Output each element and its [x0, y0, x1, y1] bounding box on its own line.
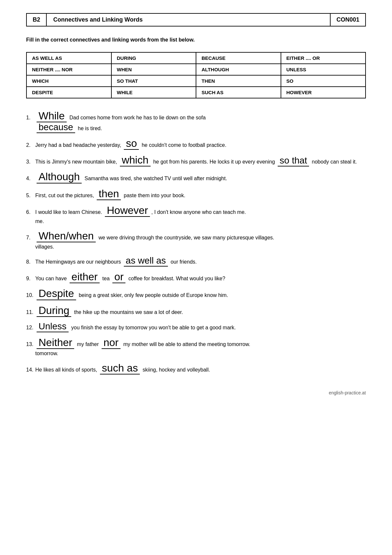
exercise-number: 5.	[26, 191, 35, 200]
word-table-cell: THEN	[196, 75, 281, 87]
word-table-cell: SUCH AS	[196, 87, 281, 98]
exercise-continuation: villages.	[26, 242, 366, 251]
exercise-number: 10.	[26, 291, 35, 300]
list-item: 4.Although Samantha was tired, she watch…	[26, 171, 366, 183]
answer-blank: which	[120, 154, 151, 166]
answer-blank: because	[37, 122, 75, 133]
exercise-number: 3.	[26, 157, 35, 166]
header-box: B2 Connectives and Linking Words CON001	[26, 13, 366, 26]
word-table-cell: DESPITE	[26, 87, 111, 98]
exercise-list: 1.While Dad comes home from work he has …	[26, 110, 366, 374]
answer-blank: so	[124, 138, 139, 150]
word-table-cell: WHICH	[26, 75, 111, 87]
list-item: 8.The Hemingways are our neighbours as w…	[26, 256, 366, 267]
list-item: 7.When/when we were driving through the …	[26, 230, 366, 251]
list-item: 3.This is Jimmy's new mountain bike, whi…	[26, 154, 366, 166]
list-item: 13.Neither my father nor my mother will …	[26, 337, 366, 358]
word-table-cell: WHEN	[111, 64, 196, 75]
list-item: 14.He likes all kinds of sports, such as…	[26, 362, 366, 374]
answer-blank: or	[112, 271, 125, 283]
exercise-number: 11.	[26, 308, 35, 317]
list-item: 2.Jerry had a bad headache yesterday, so…	[26, 138, 366, 150]
instruction-text: Fill in the correct connectives and link…	[26, 37, 366, 43]
exercise-number: 9.	[26, 274, 35, 283]
answer-blank: then	[97, 188, 121, 200]
exercise-number: 7.	[26, 233, 35, 242]
header-code: CON001	[330, 14, 365, 26]
answer-blank: Although	[37, 171, 82, 183]
exercise-number: 14.	[26, 365, 35, 374]
word-table-cell: AS WELL AS	[26, 52, 111, 64]
word-table-cell: SO	[281, 75, 366, 87]
list-item: 6.I would like to learn Chinese. However…	[26, 205, 366, 226]
word-table-cell: WHILE	[111, 87, 196, 98]
header-level: B2	[27, 14, 47, 26]
list-item: 5.First, cut out the pictures, then past…	[26, 188, 366, 200]
word-table-cell: UNLESS	[281, 64, 366, 75]
exercise-number: 1.	[26, 113, 35, 122]
answer-blank: While	[37, 110, 67, 122]
list-item: 10.Despite being a great skier, only few…	[26, 288, 366, 300]
word-table: AS WELL ASDURINGBECAUSEEITHER .... ORNEI…	[26, 52, 366, 98]
exercise-number: 8.	[26, 257, 35, 266]
answer-blank: Unless	[37, 321, 69, 332]
list-item: 12.Unless you finish the essay by tomorr…	[26, 321, 366, 332]
exercise-continuation: tomorrow.	[26, 349, 366, 358]
list-item: 11.During the hike up the mountains we s…	[26, 305, 366, 317]
list-item: 1.While Dad comes home from work he has …	[26, 110, 366, 133]
answer-blank: However	[105, 205, 150, 217]
list-item: 9.You can have either tea or coffee for …	[26, 271, 366, 283]
answer-blank: nor	[102, 337, 121, 349]
word-table-cell: DURING	[111, 52, 196, 64]
exercise-number: 12.	[26, 323, 35, 332]
exercise-continuation: because he is tired.	[26, 122, 366, 133]
word-table-cell: ALTHOUGH	[196, 64, 281, 75]
answer-blank: When/when	[37, 230, 96, 242]
word-table-cell: EITHER .... OR	[281, 52, 366, 64]
answer-blank: Neither	[37, 337, 74, 349]
word-table-cell: BECAUSE	[196, 52, 281, 64]
answer-blank: either	[70, 271, 100, 283]
answer-blank: as well as	[124, 256, 168, 267]
exercise-number: 4.	[26, 174, 35, 183]
exercise-continuation: me.	[26, 217, 366, 226]
header-title: Connectives and Linking Words	[47, 14, 330, 26]
exercise-number: 6.	[26, 208, 35, 217]
word-table-cell: HOWEVER	[281, 87, 366, 98]
exercise-number: 2.	[26, 141, 35, 149]
answer-blank: Despite	[37, 288, 76, 300]
word-table-cell: NEITHER .... NOR	[26, 64, 111, 75]
footer: english-practice.at	[26, 390, 366, 395]
answer-blank: so that	[278, 156, 309, 166]
answer-blank: such as	[100, 362, 140, 374]
exercise-number: 13.	[26, 340, 35, 349]
answer-blank: During	[37, 305, 71, 317]
word-table-cell: SO THAT	[111, 75, 196, 87]
